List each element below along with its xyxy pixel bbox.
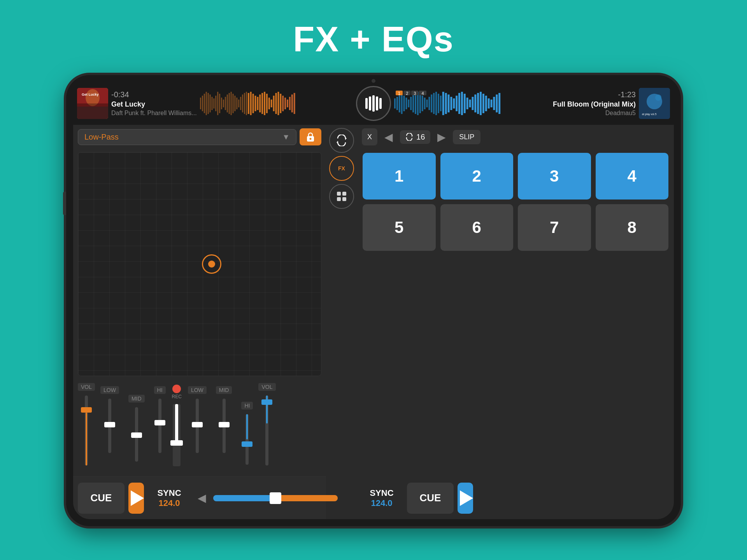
- crossfader-fill-right: [275, 495, 338, 501]
- loop-forward-arrow[interactable]: ▶: [434, 129, 449, 145]
- loop-back-arrow[interactable]: ◀: [381, 129, 396, 145]
- low-handle-right[interactable]: [192, 422, 203, 427]
- svg-rect-47: [289, 97, 291, 110]
- right-track-name: Full Bloom (Original Mix): [550, 100, 636, 108]
- svg-rect-8: [208, 93, 209, 114]
- pad-5[interactable]: 5: [363, 204, 436, 251]
- svg-rect-51: [396, 97, 398, 110]
- svg-rect-7: [206, 92, 207, 115]
- vol-label-right: VOL: [258, 383, 275, 391]
- svg-rect-44: [282, 96, 284, 111]
- vol-track-left[interactable]: [85, 396, 88, 466]
- vol-track-right[interactable]: [265, 396, 268, 466]
- svg-rect-88: [488, 98, 490, 108]
- fx-pad[interactable]: [78, 152, 321, 376]
- svg-rect-32: [254, 96, 256, 111]
- svg-rect-19: [229, 93, 230, 114]
- filter-select[interactable]: Low-Pass ▼: [78, 129, 296, 145]
- svg-rect-84: [477, 93, 479, 114]
- svg-marker-99: [345, 137, 347, 140]
- filter-row: Low-Pass ▼: [73, 125, 326, 149]
- mid-track-right[interactable]: [223, 399, 226, 453]
- top-bar: Get Lucky -0:34 Get Lucky Daft Punk ft. …: [73, 82, 674, 125]
- svg-rect-11: [213, 98, 214, 108]
- loop-display: 16: [400, 130, 430, 144]
- svg-rect-36: [264, 92, 265, 115]
- main-content: Low-Pass ▼: [73, 125, 674, 519]
- loop-value: 16: [416, 133, 425, 142]
- svg-rect-69: [438, 94, 439, 113]
- hi-handle-left[interactable]: [154, 420, 165, 425]
- pad-4[interactable]: 4: [596, 153, 669, 200]
- svg-rect-101: [337, 192, 341, 196]
- svg-rect-52: [399, 94, 400, 112]
- low-track-left[interactable]: [108, 399, 111, 453]
- pad-2[interactable]: 2: [440, 153, 514, 200]
- mid-label-right: MID: [216, 386, 232, 394]
- slip-button[interactable]: SLIP: [453, 130, 480, 144]
- svg-rect-35: [261, 93, 263, 114]
- svg-rect-6: [204, 94, 205, 113]
- sync-label-left[interactable]: SYNC: [157, 488, 181, 498]
- grid-button[interactable]: [329, 184, 354, 209]
- crossfader-track[interactable]: [213, 495, 338, 501]
- mid-handle-left[interactable]: [131, 432, 142, 438]
- low-track-right[interactable]: [196, 399, 199, 453]
- svg-rect-92: [498, 93, 500, 114]
- svg-rect-39: [271, 100, 272, 107]
- svg-rect-10: [211, 97, 212, 110]
- crossfader-handle[interactable]: [270, 492, 281, 504]
- pad-1[interactable]: 1: [363, 153, 436, 200]
- svg-rect-42: [277, 92, 279, 115]
- pad-7[interactable]: 7: [518, 204, 591, 251]
- hi-track-right[interactable]: [245, 414, 249, 465]
- svg-rect-34: [259, 94, 261, 112]
- svg-rect-72: [445, 93, 447, 114]
- mid-track-left[interactable]: [135, 407, 138, 462]
- svg-rect-50: [394, 98, 396, 108]
- pad-3[interactable]: 3: [518, 153, 591, 200]
- svg-rect-67: [433, 93, 435, 114]
- svg-rect-4: [200, 98, 201, 109]
- left-time: -0:34: [111, 90, 197, 99]
- vol-fader-left: VOL: [78, 383, 95, 466]
- svg-rect-30: [250, 92, 252, 115]
- svg-rect-41: [275, 93, 277, 114]
- crossfader-arrow-left[interactable]: ◀: [195, 490, 209, 506]
- pad-6[interactable]: 6: [440, 204, 514, 251]
- low-fader-left: LOW: [100, 386, 119, 453]
- svg-rect-76: [456, 96, 458, 111]
- channel-handle[interactable]: [170, 440, 183, 446]
- svg-rect-13: [217, 92, 218, 115]
- play-button-left[interactable]: [128, 483, 144, 514]
- vol-handle-left[interactable]: [81, 407, 92, 413]
- filter-lock-button[interactable]: [300, 128, 321, 145]
- mid-handle-right[interactable]: [219, 422, 230, 427]
- right-panel: X ◀ 16 ▶ SLIP: [357, 125, 674, 519]
- svg-rect-81: [469, 100, 471, 107]
- svg-rect-70: [440, 96, 442, 111]
- hi-track-left[interactable]: [158, 399, 161, 453]
- svg-rect-18: [227, 94, 228, 112]
- low-handle-left[interactable]: [104, 422, 115, 427]
- channel-fader[interactable]: [173, 404, 181, 466]
- mid-fader-right: MID: [216, 386, 232, 453]
- svg-rect-15: [221, 98, 222, 109]
- loop-button[interactable]: [329, 128, 354, 153]
- transport-row: CUE SYNC 124.0 ◀: [73, 476, 326, 519]
- svg-marker-100: [337, 141, 338, 144]
- rec-button[interactable]: REC: [172, 385, 182, 399]
- svg-rect-31: [253, 94, 254, 113]
- svg-rect-26: [242, 94, 243, 112]
- low-fader-right: LOW: [188, 386, 207, 453]
- svg-point-95: [655, 94, 661, 101]
- pad-8[interactable]: 8: [596, 204, 669, 251]
- svg-rect-73: [448, 94, 450, 112]
- fx-button[interactable]: FX: [329, 156, 354, 181]
- cue-button-left[interactable]: CUE: [78, 483, 124, 514]
- hi-handle-right[interactable]: [242, 441, 253, 447]
- svg-rect-64: [426, 100, 428, 107]
- x-button[interactable]: X: [362, 128, 377, 145]
- filter-label: Low-Pass: [84, 133, 119, 142]
- play-icon-left: [131, 490, 144, 506]
